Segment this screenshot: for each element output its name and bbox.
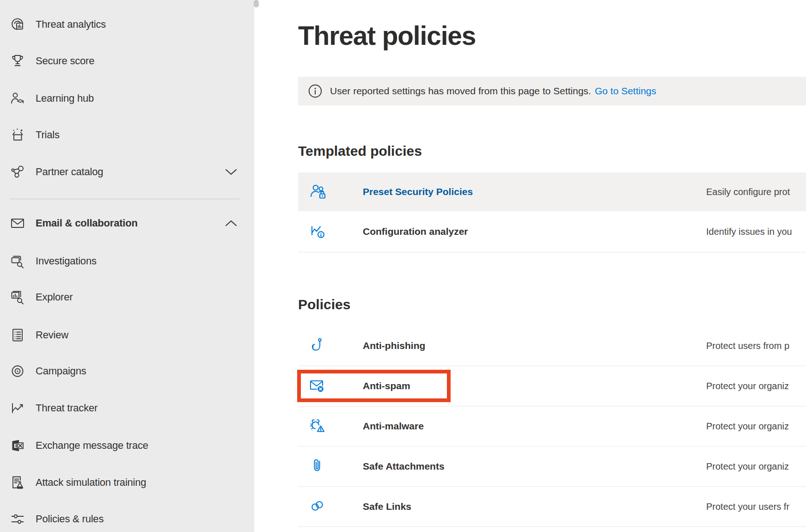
sidebar-divider (10, 199, 239, 199)
sidebar-item-label: Attack simulation training (36, 477, 146, 489)
paperclip-icon (309, 457, 327, 476)
row-description: Easily configure prot (706, 187, 790, 197)
row-safe-links[interactable]: Safe Links Protect your users fr (298, 487, 806, 527)
sidebar: Threat analytics Secure score Learni (0, 0, 254, 532)
sidebar-item-label: Trials (36, 129, 60, 141)
partner-catalog-icon (10, 164, 25, 180)
preset-security-policies-link[interactable]: Preset Security Policies (363, 186, 473, 197)
sidebar-item-campaigns[interactable]: Campaigns (0, 353, 254, 390)
sidebar-item-attack-simulation-training[interactable]: Attack simulation training (0, 464, 254, 501)
safe-links-title[interactable]: Safe Links (363, 501, 411, 512)
sidebar-item-label: Review (36, 329, 68, 341)
row-description: Protect users from p (706, 341, 789, 351)
anti-malware-icon (309, 417, 327, 435)
sidebar-scrollbar-thumb[interactable] (254, 0, 259, 7)
mail-icon (10, 215, 25, 231)
chevron-up-icon[interactable] (225, 220, 237, 227)
threat-policies-page: Threat analytics Secure score Learni (0, 0, 806, 532)
row-anti-malware[interactable]: Anti-malware Protect your organiz (298, 406, 806, 446)
row-anti-phishing[interactable]: Anti-phishing Protect users from p (298, 326, 806, 366)
row-description: Protect your organiz (706, 421, 789, 432)
page-title: Threat policies (298, 20, 476, 51)
row-configuration-analyzer[interactable]: Configuration analyzer Identify issues i… (298, 211, 806, 252)
campaigns-icon (10, 363, 25, 379)
sidebar-item-policies-rules[interactable]: Policies & rules (0, 501, 254, 532)
info-banner: User reported settings has moved from th… (298, 77, 806, 105)
sidebar-item-label: Investigations (36, 255, 97, 267)
go-to-settings-link[interactable]: Go to Settings (595, 86, 656, 97)
attack-simulation-icon (10, 475, 25, 490)
threat-analytics-icon (10, 17, 25, 32)
sidebar-item-label: Threat tracker (36, 402, 98, 414)
anti-spam-title[interactable]: Anti-spam (363, 380, 410, 391)
sidebar-item-review[interactable]: Review (0, 317, 254, 354)
banner-message: User reported settings has moved from th… (330, 86, 591, 97)
anti-spam-icon (309, 377, 327, 395)
threat-tracker-icon (10, 400, 25, 416)
row-anti-spam[interactable]: Anti-spam Protect your organiz (298, 366, 806, 406)
sidebar-item-secure-score[interactable]: Secure score (0, 43, 254, 79)
exchange-icon: E (10, 438, 25, 453)
sidebar-item-investigations[interactable]: Investigations (0, 243, 254, 280)
sidebar-item-label: Secure score (36, 55, 94, 67)
sidebar-item-label: Threat analytics (36, 18, 106, 31)
sidebar-item-trials[interactable]: Trials (0, 116, 254, 153)
configuration-analyzer-icon (309, 222, 327, 241)
trophy-icon (10, 53, 25, 69)
sidebar-item-threat-tracker[interactable]: Threat tracker (0, 390, 254, 427)
anti-phishing-icon (309, 336, 327, 355)
sidebar-item-email-collaboration[interactable]: Email & collaboration (0, 205, 254, 242)
sliders-icon (10, 511, 25, 527)
sidebar-item-label: Learning hub (36, 92, 94, 104)
sidebar-item-label: Policies & rules (36, 513, 104, 525)
sidebar-item-exchange-message-trace[interactable]: E Exchange message trace (0, 427, 254, 464)
sidebar-item-label: Email & collaboration (36, 217, 138, 229)
sidebar-item-label: Partner catalog (36, 166, 103, 178)
sidebar-item-explorer[interactable]: Explorer (0, 279, 254, 316)
anti-phishing-title[interactable]: Anti-phishing (363, 340, 425, 351)
policies-heading: Policies (298, 297, 350, 312)
row-safe-attachments[interactable]: Safe Attachments Protect your organiz (298, 446, 806, 487)
chevron-down-icon[interactable] (225, 168, 237, 176)
preset-security-icon (309, 183, 327, 201)
safe-links-icon (309, 497, 327, 516)
templated-policies-heading: Templated policies (298, 143, 422, 159)
row-description: Identify issues in you (706, 226, 792, 237)
row-description: Protect your organiz (706, 381, 789, 391)
review-icon (10, 327, 25, 343)
explorer-icon (10, 289, 25, 305)
sidebar-item-partner-catalog[interactable]: Partner catalog (0, 153, 254, 190)
anti-malware-title[interactable]: Anti-malware (363, 421, 424, 432)
trials-icon (10, 127, 25, 143)
info-icon (308, 84, 322, 98)
section-divider (298, 252, 806, 252)
investigations-icon (10, 253, 25, 269)
sidebar-item-threat-analytics[interactable]: Threat analytics (0, 6, 254, 43)
safe-attachments-title[interactable]: Safe Attachments (363, 461, 445, 472)
row-description: Protect your users fr (706, 501, 789, 512)
sidebar-item-learning-hub[interactable]: Learning hub (0, 80, 254, 117)
configuration-analyzer-title[interactable]: Configuration analyzer (363, 226, 468, 237)
learning-hub-icon (10, 91, 25, 106)
row-preset-security-policies[interactable]: Preset Security Policies Easily configur… (298, 172, 806, 211)
sidebar-item-label: Explorer (36, 291, 73, 303)
sidebar-item-label: Exchange message trace (36, 440, 148, 452)
row-description: Protect your organiz (706, 461, 789, 472)
sidebar-item-label: Campaigns (36, 365, 86, 377)
